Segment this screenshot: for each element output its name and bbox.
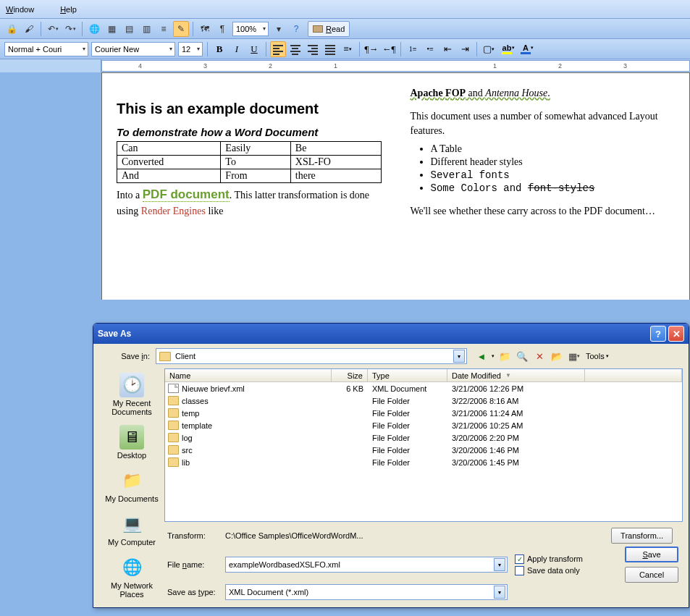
undo-button[interactable]: ↶▾ bbox=[45, 21, 61, 37]
align-justify-button[interactable] bbox=[322, 41, 338, 57]
places-bar: 🕑My Recent Documents 🖥Desktop 📁My Docume… bbox=[99, 368, 164, 522]
folder-icon bbox=[168, 396, 179, 405]
save-button[interactable]: Save bbox=[625, 547, 678, 562]
search-web-button[interactable]: 🔍 bbox=[515, 349, 529, 363]
style-combo[interactable]: Normal + Couri bbox=[4, 42, 88, 56]
rtl-button[interactable]: ←¶ bbox=[381, 41, 397, 57]
ltr-button[interactable]: ¶→ bbox=[363, 41, 379, 57]
document-map-icon[interactable]: 🗺 bbox=[197, 21, 213, 37]
dialog-close-button[interactable]: ✕ bbox=[668, 326, 684, 342]
place-desktop[interactable]: 🖥Desktop bbox=[103, 422, 161, 465]
file-row[interactable]: Nieuwe brievf.xml6 KBXML Document3/21/20… bbox=[165, 382, 682, 395]
file-rows: Nieuwe brievf.xml6 KBXML Document3/21/20… bbox=[165, 382, 682, 521]
cancel-button[interactable]: Cancel bbox=[625, 567, 678, 583]
increase-indent-button[interactable]: ⇥ bbox=[457, 41, 473, 57]
document-page[interactable]: This is an example document To demonstra… bbox=[101, 72, 690, 300]
savetype-input[interactable]: XML Document (*.xml)▾ bbox=[225, 584, 508, 600]
decrease-indent-button[interactable]: ⇤ bbox=[439, 41, 455, 57]
file-row[interactable]: logFile Folder3/20/2006 2:20 PM bbox=[165, 431, 682, 444]
borders-button[interactable]: ▢▾ bbox=[481, 41, 497, 57]
numbering-button[interactable]: 1≡ bbox=[405, 41, 421, 57]
doc-feature-list: A Table Different header styles Several … bbox=[411, 143, 676, 194]
filename-input[interactable]: exampleWordbasedXSLFO.xml▾ bbox=[225, 557, 508, 573]
col-type[interactable]: Type bbox=[368, 369, 447, 381]
permission-icon[interactable]: 🔒 bbox=[4, 21, 20, 37]
insert-table-icon[interactable]: ▤ bbox=[121, 21, 137, 37]
insert-worksheet-icon[interactable]: ▥ bbox=[138, 21, 154, 37]
save-in-combo[interactable]: Client ▾ bbox=[156, 348, 467, 364]
up-one-level-button[interactable]: 📁 bbox=[497, 349, 512, 363]
read-button[interactable]: Read bbox=[308, 21, 350, 37]
back-button[interactable]: ◄ bbox=[474, 349, 489, 363]
dialog-bottom: Transform: C:\Office Samples\OfficeWordW… bbox=[99, 522, 683, 603]
hyperlink-icon[interactable]: 🌐 bbox=[86, 21, 102, 37]
font-size-combo[interactable]: 12 bbox=[178, 42, 203, 56]
standard-toolbar: 🔒 🖌 ↶▾ ↷▾ 🌐 ▦ ▤ ▥ ≡ ✎ 🗺 ¶ 100% ▾ ? Read bbox=[0, 19, 690, 39]
format-painter-icon[interactable]: 🖌 bbox=[21, 21, 37, 37]
zoom-combo[interactable]: 100% bbox=[232, 22, 269, 36]
italic-button[interactable]: I bbox=[229, 41, 245, 57]
align-left-button[interactable] bbox=[270, 41, 286, 57]
dialog-title: Save As bbox=[98, 329, 131, 339]
doc-closing: We'll see whether these carry across to … bbox=[411, 204, 676, 219]
file-list-header[interactable]: Name Size Type Date Modified▼ bbox=[165, 369, 682, 382]
file-row[interactable]: tempFile Folder3/21/2006 11:24 AM bbox=[165, 407, 682, 419]
drawing-icon[interactable]: ✎ bbox=[173, 21, 189, 37]
doc-paragraph: Into a PDF document. This latter transfo… bbox=[117, 186, 382, 219]
doc-table: CanEasilyBeConvertedToXSL-FOAndFromthere bbox=[117, 141, 382, 183]
folder-icon bbox=[159, 352, 171, 361]
file-row[interactable]: libFile Folder3/20/2006 1:45 PM bbox=[165, 456, 682, 468]
font-combo[interactable]: Courier New bbox=[91, 42, 175, 56]
font-color-button[interactable]: A bbox=[516, 41, 535, 57]
filename-label: File name: bbox=[167, 560, 225, 569]
menu-help[interactable]: Help bbox=[60, 5, 90, 14]
col-size[interactable]: Size bbox=[332, 369, 368, 381]
document-area: This is an example document To demonstra… bbox=[0, 72, 690, 300]
sort-desc-icon: ▼ bbox=[505, 372, 511, 379]
horizontal-ruler[interactable]: 4 3 2 1 1 2 3 bbox=[101, 60, 690, 72]
line-spacing-button[interactable]: ≡▾ bbox=[340, 41, 355, 57]
doc-features-intro: This document uses a number of somewhat … bbox=[411, 109, 676, 139]
col-date[interactable]: Date Modified▼ bbox=[447, 369, 585, 381]
delete-button[interactable]: ✕ bbox=[532, 349, 547, 363]
tables-borders-icon[interactable]: ▦ bbox=[104, 21, 119, 37]
chevron-down-icon[interactable]: ▾ bbox=[453, 350, 465, 363]
save-as-dialog: Save As ? ✕ Save in: Client ▾ ◄ ▾ 📁 🔍 ✕ … bbox=[93, 323, 689, 608]
bullets-button[interactable]: •≡ bbox=[422, 41, 438, 57]
save-data-only-checkbox[interactable]: Save data only bbox=[515, 566, 583, 575]
doc-heading-2: To demonstrate how a Word Document bbox=[117, 126, 382, 138]
tools-menu[interactable]: Tools▾ bbox=[586, 352, 609, 360]
book-icon bbox=[313, 25, 323, 33]
folder-icon bbox=[168, 433, 179, 442]
file-row[interactable]: templateFile Folder3/21/2006 10:25 AM bbox=[165, 419, 682, 431]
help-icon[interactable]: ? bbox=[288, 21, 304, 37]
doc-heading-1: This is an example document bbox=[117, 101, 382, 117]
column-left: This is an example document To demonstra… bbox=[117, 88, 382, 219]
folder-icon bbox=[168, 408, 179, 418]
checkbox-unchecked-icon bbox=[515, 566, 524, 575]
file-row[interactable]: classesFile Folder3/22/2006 8:16 AM bbox=[165, 395, 682, 407]
underline-button[interactable]: U bbox=[246, 41, 262, 57]
new-folder-button[interactable]: 📂 bbox=[550, 349, 564, 363]
views-button[interactable]: ▦▾ bbox=[567, 349, 581, 363]
dialog-help-button[interactable]: ? bbox=[650, 326, 666, 342]
savetype-label: Save as type: bbox=[167, 588, 225, 596]
show-hide-icon[interactable]: ¶ bbox=[214, 21, 230, 37]
bold-button[interactable]: B bbox=[211, 41, 227, 57]
zoom-dropdown[interactable]: ▾ bbox=[271, 21, 287, 37]
align-center-button[interactable] bbox=[287, 41, 303, 57]
transform-button[interactable]: Transform... bbox=[611, 528, 673, 544]
align-right-button[interactable] bbox=[305, 41, 321, 57]
columns-icon[interactable]: ≡ bbox=[156, 21, 172, 37]
place-recent[interactable]: 🕑My Recent Documents bbox=[103, 370, 161, 422]
ruler-area: 4 3 2 1 1 2 3 bbox=[0, 59, 690, 72]
dialog-titlebar: Save As ? ✕ bbox=[93, 324, 689, 344]
apply-transform-checkbox[interactable]: ✓Apply transform bbox=[515, 554, 583, 564]
file-row[interactable]: srcFile Folder3/20/2006 1:46 PM bbox=[165, 444, 682, 456]
redo-button[interactable]: ↷▾ bbox=[62, 21, 78, 37]
place-mydocs[interactable]: 📁My Documents bbox=[103, 465, 161, 509]
col-name[interactable]: Name bbox=[165, 369, 332, 381]
highlight-button[interactable]: ab bbox=[497, 41, 516, 57]
menu-window[interactable]: Window bbox=[6, 5, 47, 14]
folder-icon bbox=[168, 445, 179, 455]
